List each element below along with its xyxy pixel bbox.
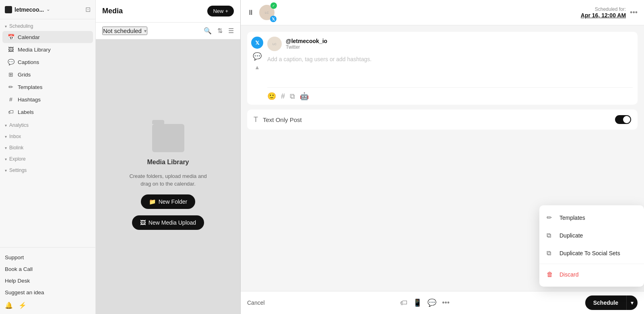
new-media-upload-label: New Media Upload	[149, 219, 196, 226]
mobile-icon[interactable]: 📱	[413, 298, 422, 307]
sidebar-item-grids[interactable]: ⊞ Grids	[2, 68, 93, 81]
sidebar-item-media-library[interactable]: 🖼 Media Library	[2, 43, 93, 56]
sidebar-item-calendar[interactable]: 📅 Calendar	[2, 31, 93, 43]
dropdown-duplicate-icon: ⧉	[547, 232, 555, 239]
brand-chevron-icon[interactable]: ⌄	[46, 7, 50, 12]
brand-name: letmecoo...	[14, 6, 44, 13]
explore-section[interactable]: ▾ Explore	[0, 152, 95, 163]
new-media-upload-button[interactable]: 🖼 New Media Upload	[132, 215, 204, 230]
right-panel: ⏸ LC ✓ 𝕏 Scheduled for: Apr 16, 12:00 AM…	[241, 0, 644, 314]
text-only-card[interactable]: T Text Only Post	[247, 109, 638, 130]
search-icon[interactable]: 🔍	[204, 27, 212, 35]
scheduling-section[interactable]: ▾ Scheduling	[0, 19, 95, 31]
dropdown-duplicate-social-sets[interactable]: ⧉ Duplicate To Social Sets	[539, 244, 644, 262]
scheduling-chevron-icon: ▾	[5, 24, 7, 29]
main-header: Media New +	[96, 0, 240, 23]
new-folder-label: New Folder	[159, 198, 188, 205]
collapse-icon[interactable]: ▲	[254, 64, 260, 70]
sidebar-item-captions[interactable]: 💬 Captions	[2, 56, 93, 68]
sidebar: letmecoo... ⌄ ⊡ ▾ Scheduling 📅 Calendar …	[0, 0, 96, 314]
support-label: Support	[5, 254, 24, 260]
dropdown-menu: ✏ Templates ⧉ Duplicate ⧉ Duplicate To S…	[539, 205, 644, 287]
dropdown-duplicate-social-icon: ⧉	[547, 250, 555, 257]
biolink-section[interactable]: ▾ Biolink	[0, 141, 95, 152]
post-card-top: 𝕏 💬 ▲ LC @letmecook_io Twitter Add	[247, 32, 638, 105]
scheduled-for-date[interactable]: Apr 16, 12:00 AM	[581, 12, 626, 19]
right-panel-footer: Cancel 🏷 📱 💬 ••• Schedule ▾	[241, 291, 644, 314]
biolink-chevron-icon: ▾	[5, 146, 7, 150]
dropdown-templates[interactable]: ✏ Templates	[539, 209, 644, 227]
text-only-toggle[interactable]	[615, 115, 631, 124]
emoji-icon[interactable]: 🙂	[267, 92, 276, 101]
inbox-section[interactable]: ▾ Inbox	[0, 130, 95, 141]
lightning-icon[interactable]: ⚡	[19, 302, 27, 309]
sort-icon[interactable]: ⇅	[217, 27, 223, 35]
media-library-empty-state: Media Library Create folders, upload med…	[96, 39, 240, 314]
settings-chevron-icon: ▾	[5, 168, 7, 173]
new-button-label: New	[213, 8, 223, 14]
sidebar-item-labels[interactable]: 🏷 Labels	[2, 106, 93, 118]
avatar-placeholder: LC	[265, 11, 269, 14]
book-a-call-label: Book a Call	[5, 266, 33, 272]
layout-icon[interactable]: ⊡	[85, 6, 91, 13]
post-account-handle: @letmecook_io	[286, 38, 327, 44]
label-icon[interactable]: 🏷	[400, 299, 407, 307]
dropdown-discard[interactable]: 🗑 Discard	[539, 266, 644, 283]
help-desk-link[interactable]: Help Desk	[5, 275, 91, 287]
twitter-platform-icon[interactable]: 𝕏	[251, 37, 263, 49]
sidebar-item-media-library-label: Media Library	[18, 47, 51, 53]
post-account-avatar: LC	[267, 37, 282, 51]
settings-section[interactable]: ▾ Settings	[0, 163, 95, 175]
new-folder-button[interactable]: 📁 New Folder	[141, 194, 196, 209]
check-badge: ✓	[270, 2, 277, 9]
explore-label: Explore	[9, 156, 26, 162]
book-a-call-link[interactable]: Book a Call	[5, 263, 91, 275]
page-title: Media	[102, 7, 123, 15]
sidebar-item-templates[interactable]: ✏ Templates	[2, 81, 93, 93]
sidebar-item-captions-label: Captions	[18, 59, 39, 65]
suggest-idea-link[interactable]: Suggest an idea	[5, 287, 91, 298]
sidebar-item-hashtags-label: Hashtags	[18, 97, 41, 103]
list-icon[interactable]: ☰	[228, 27, 234, 35]
dropdown-duplicate-social-label: Duplicate To Social Sets	[559, 250, 620, 256]
support-link[interactable]: Support	[5, 252, 91, 263]
ai-icon[interactable]: 🤖	[300, 92, 309, 101]
schedule-button[interactable]: Schedule	[585, 295, 626, 310]
sidebar-bottom: Support Book a Call Help Desk Suggest an…	[0, 247, 95, 314]
scheduled-for-label: Scheduled for:	[581, 6, 626, 12]
analytics-chevron-icon: ▾	[5, 123, 7, 128]
post-caption[interactable]: Add a caption, tag users or add hashtags…	[267, 55, 633, 87]
dropdown-templates-label: Templates	[559, 215, 585, 221]
sidebar-item-templates-label: Templates	[18, 84, 43, 90]
sidebar-brand[interactable]: letmecoo... ⌄	[5, 6, 50, 13]
biolink-label: Biolink	[9, 145, 23, 151]
schedule-button-group: Schedule ▾	[585, 295, 638, 310]
dropdown-discard-icon: 🗑	[547, 271, 555, 278]
media-library-description: Create folders, upload media and drag on…	[124, 172, 213, 188]
more-icon[interactable]: •••	[442, 299, 450, 307]
schedule-chevron-button[interactable]: ▾	[626, 295, 638, 310]
not-scheduled-filter[interactable]: Not scheduled ▾	[102, 27, 147, 35]
post-card: 𝕏 💬 ▲ LC @letmecook_io Twitter Add	[247, 32, 638, 105]
media-library-title: Media Library	[147, 159, 189, 166]
right-panel-header-left: ⏸ LC ✓ 𝕏	[247, 4, 275, 21]
cancel-button[interactable]: Cancel	[247, 300, 265, 306]
text-icon: T	[254, 116, 258, 124]
folder-icon: 📁	[149, 198, 156, 205]
help-desk-label: Help Desk	[5, 278, 30, 284]
bell-icon[interactable]: 🔔	[5, 302, 13, 309]
dropdown-duplicate[interactable]: ⧉ Duplicate	[539, 227, 644, 244]
inbox-chevron-icon: ▾	[5, 134, 7, 139]
hashtags-icon: #	[7, 96, 14, 103]
pause-icon[interactable]: ⏸	[247, 8, 254, 17]
new-button[interactable]: New +	[207, 6, 234, 17]
right-panel-header-right: Scheduled for: Apr 16, 12:00 AM •••	[581, 6, 638, 19]
analytics-section[interactable]: ▾ Analytics	[0, 118, 95, 130]
copy-icon[interactable]: ⧉	[290, 92, 295, 101]
three-dots-icon[interactable]: •••	[630, 8, 638, 17]
comment-icon[interactable]: 💬	[253, 52, 262, 61]
sidebar-item-hashtags[interactable]: # Hashtags	[2, 93, 93, 105]
hashtag-icon[interactable]: #	[281, 92, 285, 101]
bubble-icon[interactable]: 💬	[427, 298, 436, 307]
grids-icon: ⊞	[7, 71, 14, 78]
